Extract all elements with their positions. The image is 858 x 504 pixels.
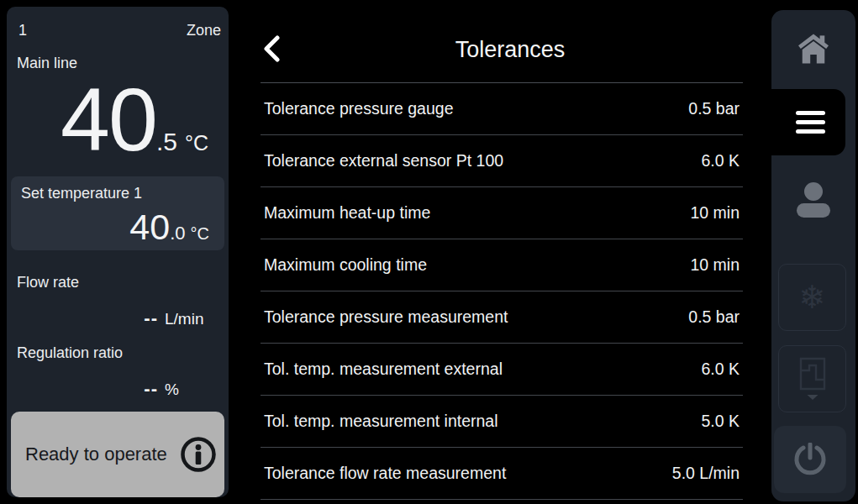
set-temp-decimal: .0 [170,224,185,243]
info-icon [180,436,217,473]
sidebar-item-menu[interactable] [748,89,845,155]
zone-panel: 1 Zone Main line 40 .5 °C Set temperatur… [7,7,229,497]
status-label: Ready to operate [25,444,180,465]
zone-label: Zone [187,22,221,39]
tolerance-row[interactable]: Maximum cooling time 10 min [261,239,743,291]
regulation-ratio-value-row: -- % [17,380,225,398]
menu-bar [796,120,825,124]
tolerance-label: Tolerance external sensor Pt 100 [264,151,503,171]
tolerances-list: Tolerance pressure gauge 0.5 bar Toleran… [261,82,743,500]
tolerance-row[interactable]: Tol. temp. measurement internal 5.0 K [261,396,743,448]
main-temp-unit: °C [185,133,208,154]
tolerance-value: 5.0 L/min [672,464,740,483]
tolerance-label: Maximum heat-up time [264,203,430,223]
home-icon [798,34,829,64]
tolerance-label: Maximum cooling time [264,255,427,275]
snowflake-icon: ❄ [799,281,826,313]
power-icon [793,443,827,476]
flow-rate-value-row: -- L/min [17,309,225,328]
tolerance-row[interactable]: Tolerance flow rate measurement 5.0 L/mi… [261,448,743,500]
tolerance-label: Tolerance pressure measurement [264,307,508,327]
set-temperature-label: Set temperature 1 [21,185,142,202]
tolerance-value: 6.0 K [701,360,740,379]
tolerance-row[interactable]: Tolerance external sensor Pt 100 6.0 K [261,135,743,187]
main-temp-integer: 40 [61,75,156,164]
tolerance-row[interactable]: Tolerance pressure gauge 0.5 bar [261,83,743,135]
main-temp-decimal: .5 [156,129,177,155]
user-icon [795,181,832,218]
tolerance-value: 0.5 bar [688,307,740,327]
tolerance-label: Tolerance pressure gauge [264,99,453,118]
sidebar-item-home[interactable] [771,13,855,84]
tolerance-value: 0.5 bar [688,99,740,118]
power-button[interactable] [774,426,846,493]
tolerance-row[interactable]: Tol. temp. measurement external 6.0 K [261,344,743,396]
tolerance-value: 10 min [690,255,740,275]
tolerance-row[interactable]: Tolerance pressure measurement 0.5 bar [261,291,743,344]
set-temp-integer: 40 [129,209,170,245]
tolerance-value: 10 min [690,203,740,223]
menu-bar [796,111,825,115]
zone-number: 1 [18,22,27,39]
status-ready-button[interactable]: Ready to operate [11,412,224,497]
flow-rate-unit: L/min [165,311,225,327]
regulation-ratio-label: Regulation ratio [17,344,123,362]
tolerance-label: Tol. temp. measurement internal [264,412,498,431]
mold-icon [796,356,829,402]
set-temperature-tile[interactable]: Set temperature 1 40 .0 °C [11,176,224,250]
sidebar-item-mold[interactable] [778,345,846,412]
flow-rate-value: -- [121,309,158,328]
menu-icon [796,111,825,134]
regulation-ratio-unit: % [165,381,225,397]
tolerance-label: Tolerance flow rate measurement [264,464,506,483]
set-temp-unit: °C [191,225,209,242]
sidebar-item-user[interactable] [771,165,855,235]
set-temperature-value: 40 .0 °C [129,209,209,245]
tolerance-row[interactable]: Maximum heat-up time 10 min [261,187,743,239]
regulation-ratio-value: -- [121,380,158,398]
tolerance-value: 6.0 K [701,151,740,171]
main-temperature-value: 40 .5 °C [61,75,208,164]
tolerance-label: Tol. temp. measurement external [264,360,503,379]
sidebar-item-cooling[interactable]: ❄ [778,264,846,331]
page-title: Tolerances [277,37,743,63]
flow-rate-label: Flow rate [17,274,79,291]
menu-bar [796,129,825,134]
tolerance-value: 5.0 K [701,412,740,431]
